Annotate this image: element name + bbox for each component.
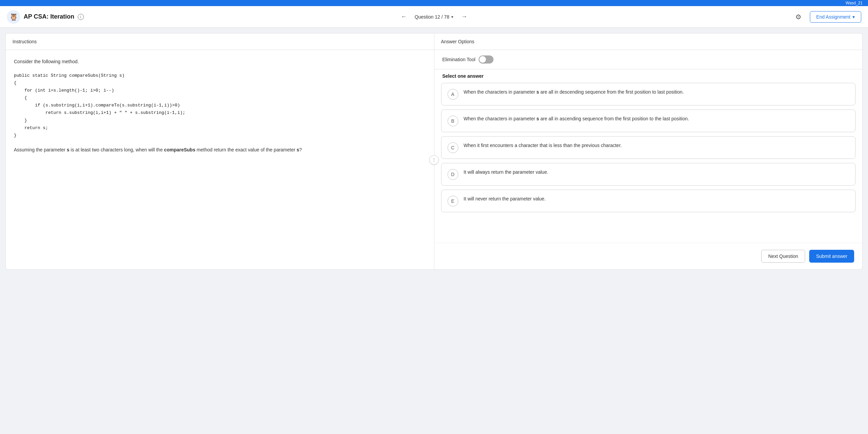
chevron-down-icon: ▾	[451, 15, 453, 19]
right-panel: Answer Options Elimination Tool Select o…	[434, 33, 863, 269]
page-title: AP CSA: Iteration	[24, 13, 74, 20]
next-question-button-footer[interactable]: Next Question	[761, 250, 805, 263]
answer-text-c: When it first encounters a character tha…	[464, 142, 622, 149]
next-question-button[interactable]: →	[459, 11, 469, 22]
elimination-tool-label: Elimination Tool	[442, 57, 476, 62]
intro-text: Consider the following method.	[14, 58, 426, 65]
username-text: Wasd_21	[846, 1, 863, 5]
answer-text-b: When the characters in parameter s are a…	[464, 115, 689, 122]
gear-icon: ⚙	[795, 13, 801, 21]
select-one-label: Select one answer	[434, 69, 863, 83]
logo-avatar: 🦉	[7, 10, 20, 24]
elimination-tool-row: Elimination Tool	[434, 50, 863, 69]
settings-button[interactable]: ⚙	[792, 11, 804, 23]
prev-question-button[interactable]: ←	[399, 11, 409, 22]
instructions-header: Instructions	[6, 33, 434, 50]
answer-text-d: It will always return the parameter valu…	[464, 169, 549, 176]
answer-footer: Next Question Submit answer	[434, 243, 863, 269]
answer-options-header: Answer Options	[434, 33, 863, 50]
question-text: Assuming the parameter s is at least two…	[14, 146, 426, 153]
answer-letter-b: B	[448, 116, 458, 126]
answer-letter-d: D	[448, 169, 458, 180]
answer-option-b[interactable]: B When the characters in parameter s are…	[441, 110, 856, 132]
main-content: Instructions Consider the following meth…	[0, 28, 868, 275]
left-panel: Instructions Consider the following meth…	[6, 33, 434, 269]
answer-option-d[interactable]: D It will always return the parameter va…	[441, 163, 856, 186]
question-nav[interactable]: Question 12 / 78 ▾	[415, 14, 454, 20]
answer-letter-e: E	[448, 196, 458, 207]
answer-option-e[interactable]: E It will never return the parameter val…	[441, 190, 856, 212]
header-left: 🦉 AP CSA: Iteration i	[7, 10, 84, 24]
answers-list: A When the characters in parameter s are…	[434, 83, 863, 240]
toggle-thumb	[479, 56, 486, 63]
answer-option-a[interactable]: A When the characters in parameter s are…	[441, 83, 856, 105]
content-card: Instructions Consider the following meth…	[5, 33, 863, 270]
instructions-body: Consider the following method. public st…	[6, 50, 434, 269]
answer-option-c[interactable]: C When it first encounters a character t…	[441, 136, 856, 159]
username-bar: Wasd_21	[0, 0, 868, 6]
elimination-tool-toggle[interactable]	[479, 55, 493, 64]
submit-answer-button[interactable]: Submit answer	[809, 250, 854, 263]
header-right: ⚙ End Assignment ▾	[792, 11, 861, 23]
header: 🦉 AP CSA: Iteration i ← Question 12 / 78…	[0, 6, 868, 28]
panel-resize-handle[interactable]: ⋮	[429, 155, 439, 165]
answer-letter-c: C	[448, 142, 458, 153]
code-block: public static String compareSubs(String …	[14, 72, 426, 139]
header-center: ← Question 12 / 78 ▾ →	[399, 11, 470, 22]
answer-text-a: When the characters in parameter s are a…	[464, 89, 684, 96]
answer-letter-a: A	[448, 89, 458, 100]
end-assignment-button[interactable]: End Assignment ▾	[810, 11, 861, 23]
info-icon[interactable]: i	[78, 14, 84, 20]
answer-text-e: It will never return the parameter value…	[464, 195, 546, 202]
chevron-down-icon: ▾	[852, 14, 855, 20]
